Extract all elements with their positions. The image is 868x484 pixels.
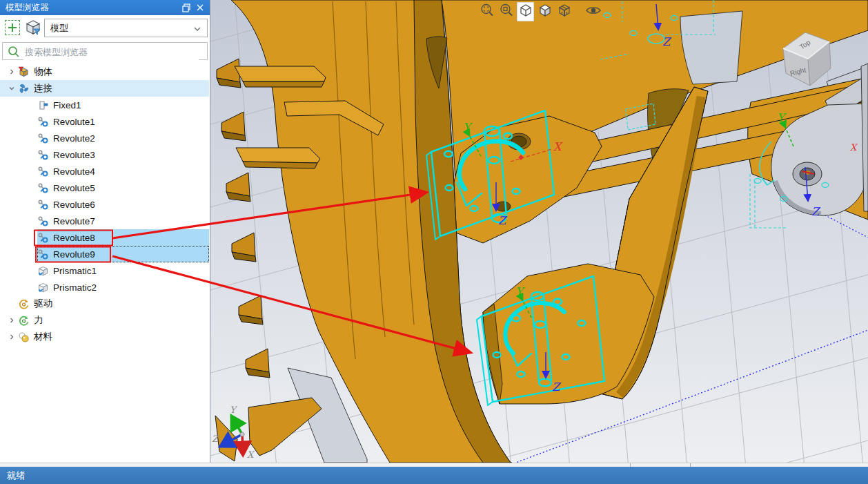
tree-item-label: Revolute6 bbox=[53, 200, 95, 210]
close-panel-button[interactable] bbox=[195, 2, 206, 13]
prismatic-joint-icon bbox=[37, 265, 49, 277]
search-row bbox=[0, 41, 210, 62]
tree-item-revolute2[interactable]: Revolute2 bbox=[0, 130, 209, 146]
revolute-joint-icon bbox=[37, 182, 49, 194]
view-section-button[interactable] bbox=[555, 2, 573, 21]
tree-item-label: Revolute1 bbox=[53, 117, 95, 127]
tree-item-label: 连接 bbox=[34, 82, 52, 95]
tree-item-revolute6[interactable]: Revolute6 bbox=[0, 196, 209, 213]
view-isometric-icon bbox=[518, 3, 533, 21]
tree-item-revolute9[interactable]: Revolute9 bbox=[0, 246, 209, 262]
tree-item-label: Revolute4 bbox=[53, 166, 95, 177]
chevron-spacer bbox=[25, 97, 37, 113]
fixed-joint-icon bbox=[37, 99, 49, 111]
viewport-container: Y X Z Y Z Y Z X bbox=[210, 0, 868, 463]
tree-item-fixed1[interactable]: Fixed1 bbox=[0, 97, 209, 113]
tree-item-revolute5[interactable]: Revolute5 bbox=[0, 180, 209, 196]
chevron-down-icon bbox=[193, 19, 201, 44]
float-window-button[interactable] bbox=[181, 2, 192, 13]
tree-item-label: Prismatic1 bbox=[53, 266, 97, 276]
revolute-joint-icon bbox=[37, 116, 49, 128]
tree-item-label: Prismatic2 bbox=[53, 282, 97, 293]
tree-item-连接[interactable]: 连接 bbox=[0, 80, 209, 97]
browser-filter-dropdown[interactable]: 模型 bbox=[44, 19, 208, 37]
joints-joint-icon bbox=[18, 83, 30, 95]
tree-item-label: 驱动 bbox=[34, 298, 52, 310]
panel-title-bar[interactable]: 模型浏览器 bbox=[0, 0, 210, 15]
tree-item-label: Revolute3 bbox=[53, 150, 95, 160]
tree-item-revolute1[interactable]: Revolute1 bbox=[0, 113, 209, 130]
view-section-icon bbox=[557, 3, 572, 21]
status-bar: 就绪 bbox=[0, 467, 868, 484]
tree-item-label: Revolute9 bbox=[53, 249, 95, 260]
chevron-spacer bbox=[25, 246, 37, 262]
chevron-spacer bbox=[25, 229, 37, 246]
chevron-collapsed-icon[interactable] bbox=[6, 312, 18, 329]
tree-item-label: Revolute7 bbox=[53, 216, 95, 226]
tree-item-prismatic2[interactable]: Prismatic2 bbox=[0, 279, 209, 296]
view-isometric-button[interactable] bbox=[517, 2, 534, 21]
search-input[interactable] bbox=[23, 43, 199, 60]
chevron-spacer bbox=[25, 262, 37, 279]
revolute-joint-icon bbox=[37, 166, 49, 177]
tree-item-revolute4[interactable]: Revolute4 bbox=[0, 163, 209, 180]
revolute-joint-icon bbox=[37, 199, 49, 211]
filter-dropdown-value: 模型 bbox=[50, 23, 68, 33]
visibility-eye-button[interactable] bbox=[584, 2, 602, 21]
tree-item-材料[interactable]: 材料 bbox=[0, 329, 209, 345]
tree-item-label: Revolute2 bbox=[53, 133, 95, 144]
chevron-spacer bbox=[6, 296, 18, 312]
plus-icon bbox=[6, 21, 19, 35]
tree-item-label: 力 bbox=[34, 314, 43, 327]
chevron-spacer bbox=[25, 130, 37, 146]
add-item-button[interactable] bbox=[5, 20, 20, 35]
chevron-spacer bbox=[25, 113, 37, 130]
search-box[interactable] bbox=[2, 42, 208, 60]
tree-item-revolute7[interactable]: Revolute7 bbox=[0, 213, 209, 229]
chevron-spacer bbox=[25, 213, 37, 229]
tree-item-prismatic1[interactable]: Prismatic1 bbox=[0, 262, 209, 279]
model-filter-button[interactable] bbox=[25, 19, 41, 36]
chevron-collapsed-icon[interactable] bbox=[6, 64, 18, 80]
model-browser-panel: 模型浏览器 模型 bbox=[0, 0, 210, 463]
tree-item-label: 物体 bbox=[34, 66, 52, 78]
tree-item-label: Fixed1 bbox=[53, 100, 81, 110]
body-joint-icon bbox=[18, 66, 30, 78]
force-joint-icon bbox=[18, 315, 30, 327]
zoom-extents-icon bbox=[480, 3, 495, 21]
chevron-spacer bbox=[25, 279, 37, 296]
chevron-collapsed-icon[interactable] bbox=[6, 329, 18, 345]
tree-item-label: Revolute8 bbox=[53, 233, 95, 243]
background-gap bbox=[680, 11, 742, 84]
revolute-joint-icon bbox=[37, 249, 49, 260]
revolute-joint-icon bbox=[37, 215, 49, 227]
tree-item-驱动[interactable]: 驱动 bbox=[0, 296, 209, 312]
visibility-eye-icon bbox=[585, 3, 602, 21]
zoom-extents-button[interactable] bbox=[478, 2, 495, 21]
revolute-joint-icon bbox=[37, 133, 49, 144]
search-icon bbox=[7, 45, 21, 59]
tree-item-revolute8[interactable]: Revolute8 bbox=[0, 229, 209, 246]
chevron-spacer bbox=[25, 146, 37, 163]
cube-filter-icon bbox=[25, 19, 41, 36]
chevron-expanded-icon[interactable] bbox=[6, 80, 18, 97]
panel-toolbar: 模型 bbox=[0, 15, 210, 41]
tree-item-物体[interactable]: 物体 bbox=[0, 64, 209, 80]
model-tree: 物体连接Fixed1Revolute1Revolute2Revolute3Rev… bbox=[0, 64, 209, 345]
close-icon bbox=[195, 2, 206, 13]
status-text: 就绪 bbox=[7, 470, 26, 481]
tree-item-label: 材料 bbox=[34, 331, 52, 343]
view-shaded-icon bbox=[537, 3, 553, 21]
chevron-spacer bbox=[25, 180, 37, 196]
prismatic-joint-icon bbox=[37, 282, 49, 293]
tree-item-revolute3[interactable]: Revolute3 bbox=[0, 146, 209, 163]
revolute-joint-icon bbox=[37, 232, 49, 244]
revolute-joint-icon bbox=[37, 149, 49, 161]
zoom-window-button[interactable] bbox=[497, 2, 515, 21]
view-shaded-button[interactable] bbox=[536, 2, 553, 21]
chevron-spacer bbox=[25, 196, 37, 213]
tree-item-力[interactable]: 力 bbox=[0, 312, 209, 329]
3d-viewport[interactable]: Y X Z Y Z Y Z X bbox=[210, 0, 868, 463]
chevron-spacer bbox=[25, 163, 37, 180]
material-joint-icon bbox=[18, 331, 30, 343]
